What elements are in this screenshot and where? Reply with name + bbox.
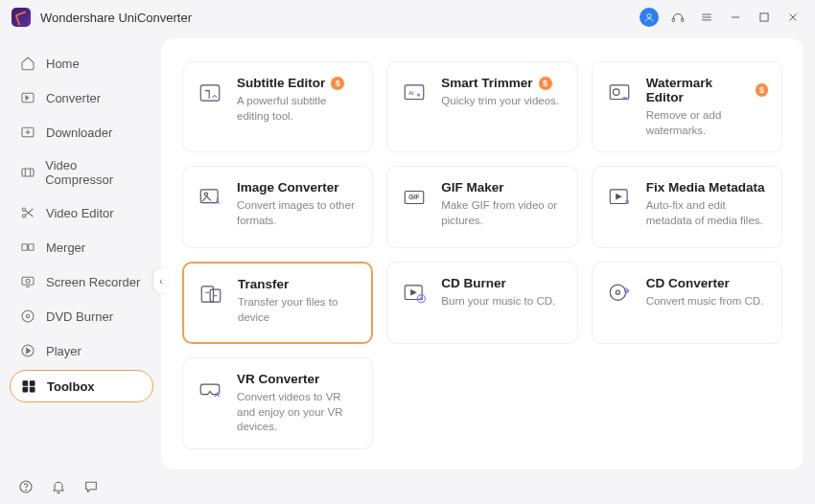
- tool-card-cd-burner[interactable]: CD Burner Burn your music to CD.: [386, 262, 577, 344]
- scissors-icon: [19, 204, 36, 221]
- svg-rect-20: [200, 85, 220, 101]
- card-title: Transfer: [238, 277, 289, 291]
- card-title: Image Converter: [237, 180, 339, 195]
- card-desc: Convert videos to VR and enjoy on your V…: [237, 390, 359, 435]
- svg-point-0: [647, 14, 651, 18]
- premium-badge-icon: $: [331, 77, 344, 90]
- card-desc: A powerful subtitle editing tool.: [237, 94, 359, 124]
- play-icon: [19, 342, 36, 359]
- transfer-icon: [196, 279, 226, 309]
- maximize-button[interactable]: [754, 7, 775, 28]
- watermark-icon: [604, 78, 635, 108]
- titlebar: Wondershare UniConverter: [0, 0, 815, 34]
- premium-badge-icon: $: [539, 77, 552, 90]
- sidebar-item-downloader[interactable]: Downloader: [10, 117, 153, 148]
- svg-rect-30: [201, 286, 213, 302]
- tool-card-gif-maker[interactable]: GIF GIF Maker Make GIF from video or pic…: [386, 166, 577, 248]
- sidebar-item-label: Screen Recorder: [46, 275, 140, 289]
- svg-rect-17: [30, 381, 35, 386]
- merger-icon: [19, 239, 36, 256]
- sidebar-item-label: Video Editor: [46, 206, 114, 220]
- support-button[interactable]: [667, 7, 688, 28]
- collapse-sidebar-button[interactable]: ‹: [153, 268, 169, 293]
- card-desc: Convert images to other formats.: [237, 198, 359, 228]
- notifications-button[interactable]: [50, 478, 67, 495]
- cd-burner-icon: [399, 278, 430, 309]
- svg-text:GIF: GIF: [409, 194, 420, 200]
- image-icon: [195, 182, 225, 213]
- tool-card-smart-trimmer[interactable]: AI Smart Trimmer$ Quicky trim your video…: [386, 61, 577, 152]
- sidebar-item-merger[interactable]: Merger: [10, 232, 153, 263]
- minimize-button[interactable]: [725, 7, 746, 28]
- tool-card-transfer[interactable]: Transfer Transfer your files to device: [182, 262, 373, 344]
- card-desc: Remove or add watermarks.: [646, 108, 768, 138]
- svg-point-35: [610, 285, 625, 300]
- disc-icon: [19, 308, 36, 325]
- record-icon: [19, 273, 36, 290]
- svg-rect-6: [22, 169, 34, 176]
- sidebar-item-screen-recorder[interactable]: Screen Recorder: [10, 266, 153, 297]
- svg-point-38: [26, 490, 27, 491]
- svg-point-26: [204, 193, 207, 195]
- svg-point-12: [26, 279, 30, 283]
- sidebar-item-label: Video Compressor: [45, 158, 144, 187]
- app-title: Wondershare UniConverter: [40, 11, 192, 25]
- svg-point-13: [22, 310, 34, 322]
- sidebar-item-label: Merger: [46, 241, 85, 255]
- close-button[interactable]: [782, 7, 803, 28]
- card-title: Smart Trimmer: [441, 76, 532, 90]
- bottombar: [0, 470, 161, 504]
- sidebar-item-video-compressor[interactable]: Video Compressor: [10, 151, 153, 194]
- sidebar-item-video-editor[interactable]: Video Editor: [10, 197, 153, 228]
- svg-rect-21: [406, 85, 425, 100]
- sidebar-item-toolbox[interactable]: Toolbox: [10, 370, 153, 402]
- sidebar-item-converter[interactable]: Converter: [10, 82, 153, 113]
- subtitle-icon: [195, 78, 225, 108]
- card-title: Subtitle Editor: [237, 76, 325, 90]
- sidebar-item-label: Converter: [46, 91, 101, 105]
- svg-point-36: [616, 290, 619, 294]
- sidebar-item-home[interactable]: Home: [10, 48, 153, 79]
- tool-card-subtitle-editor[interactable]: Subtitle Editor$ A powerful subtitle edi…: [182, 61, 373, 152]
- card-title: Fix Media Metadata: [646, 180, 765, 195]
- home-icon: [19, 55, 36, 72]
- svg-rect-19: [30, 387, 35, 392]
- tool-card-vr-converter[interactable]: VR Converter Convert videos to VR and en…: [182, 357, 373, 449]
- sidebar-item-label: Home: [46, 57, 80, 71]
- premium-badge-icon: $: [756, 83, 768, 97]
- tool-card-image-converter[interactable]: Image Converter Convert images to other …: [182, 166, 373, 248]
- card-desc: Burn your music to CD.: [441, 294, 563, 309]
- svg-rect-16: [23, 381, 28, 386]
- feedback-button[interactable]: [82, 478, 100, 495]
- sidebar: Home Converter Downloader Video Compress…: [0, 34, 161, 470]
- sidebar-item-dvd-burner[interactable]: DVD Burner: [10, 301, 153, 332]
- card-desc: Transfer your files to device: [238, 295, 358, 325]
- card-desc: Make GIF from video or pictures.: [441, 198, 563, 228]
- card-title: Watermark Editor: [646, 76, 750, 104]
- menu-button[interactable]: [696, 7, 717, 28]
- tool-card-cd-converter[interactable]: CD Converter Convert music from CD.: [592, 262, 782, 344]
- sidebar-item-label: Player: [46, 344, 82, 358]
- card-desc: Quicky trim your videos.: [441, 94, 563, 109]
- user-account-button[interactable]: [639, 7, 660, 28]
- svg-point-14: [26, 314, 29, 317]
- metadata-icon: [604, 182, 635, 213]
- sidebar-item-player[interactable]: Player: [10, 335, 153, 366]
- help-button[interactable]: [17, 478, 35, 495]
- cd-converter-icon: [604, 278, 635, 309]
- card-title: CD Burner: [441, 276, 506, 290]
- card-desc: Auto-fix and edit metadata of media file…: [646, 198, 768, 228]
- trimmer-icon: AI: [399, 78, 430, 108]
- vr-icon: [195, 374, 225, 404]
- sidebar-item-label: Toolbox: [47, 379, 95, 394]
- card-desc: Convert music from CD.: [646, 294, 768, 309]
- svg-rect-10: [29, 244, 34, 251]
- sidebar-item-label: DVD Burner: [46, 309, 113, 324]
- content-panel: Subtitle Editor$ A powerful subtitle edi…: [161, 38, 803, 470]
- tool-card-watermark-editor[interactable]: Watermark Editor$ Remove or add watermar…: [592, 61, 782, 152]
- card-title: VR Converter: [237, 372, 319, 386]
- svg-rect-3: [760, 13, 768, 21]
- svg-text:AI: AI: [409, 90, 415, 96]
- converter-icon: [19, 89, 36, 106]
- tool-card-fix-metadata[interactable]: Fix Media Metadata Auto-fix and edit met…: [592, 166, 782, 248]
